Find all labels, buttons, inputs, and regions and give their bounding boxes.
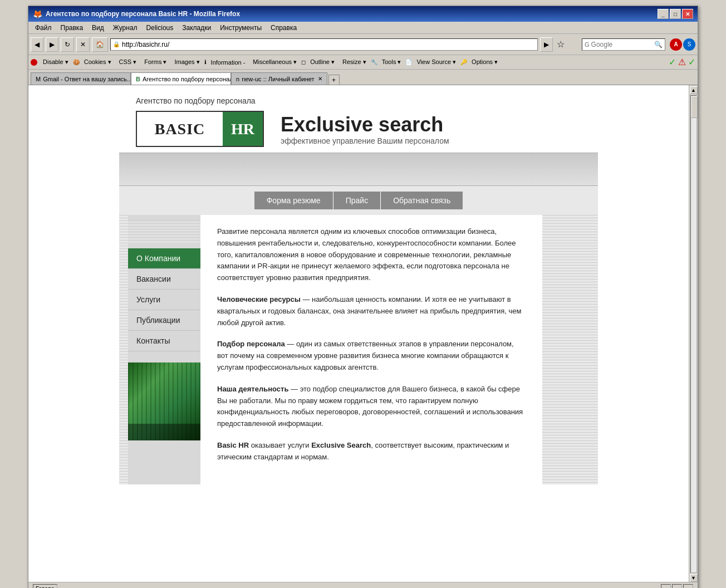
back-button[interactable]: ◀ — [31, 37, 43, 52]
new-tab-button[interactable]: + — [328, 75, 340, 85]
window-controls: _ □ ✕ — [658, 9, 693, 19]
nav-tab-feedback[interactable]: Обратная связь — [381, 192, 463, 209]
toolbar-info-icon: ℹ — [204, 59, 207, 65]
content-bold-selection: Подбор персонала — [217, 340, 285, 348]
scrollbar[interactable]: ▲ ▼ — [689, 85, 698, 582]
search-box[interactable]: G 🔍 — [582, 38, 665, 51]
sidebar-nav: О Компании Вакансии Услуги Публикации Ко… — [128, 248, 200, 351]
status-error: ⚠ — [678, 57, 686, 67]
sidebar-image — [128, 362, 200, 440]
url-input[interactable] — [122, 41, 535, 48]
close-button[interactable]: ✕ — [682, 9, 693, 19]
statusbar: Готово — [28, 582, 698, 588]
site-wrapper: Агентство по подбору персонала BASIC HR … — [119, 85, 598, 484]
toolbar-misc[interactable]: Miscellaneous ▾ — [249, 57, 300, 67]
nav-tab-price[interactable]: Прайс — [333, 192, 381, 209]
toolbar-options-icon: 🔑 — [460, 59, 467, 65]
content-bold-activity: Наша деятельность — [217, 385, 288, 393]
sidebar-item-publications[interactable]: Публикации — [128, 310, 200, 331]
site-header: Агентство по подбору персонала BASIC HR … — [119, 85, 598, 153]
status-icon-2 — [672, 584, 682, 589]
disable-indicator — [31, 59, 37, 66]
toolbar-disable[interactable]: Disable ▾ — [40, 57, 72, 67]
search-icon[interactable]: 🔍 — [654, 41, 663, 48]
maximize-button[interactable]: □ — [670, 9, 681, 19]
toolbar-images[interactable]: Images ▾ — [171, 57, 203, 67]
tabs-bar: M Gmail - Ответ на вашу запись... - Flig… — [28, 70, 698, 85]
toolbar-tools[interactable]: Tools ▾ — [379, 57, 405, 67]
star-icon[interactable]: ☆ — [555, 39, 566, 50]
window-title: Агентство по подбору персонала Basic HR … — [46, 10, 658, 18]
toolbar-options[interactable]: Options ▾ — [468, 57, 501, 67]
toolbar-cookies[interactable]: Cookies ▾ — [81, 57, 115, 67]
agency-label: Агентство по подбору персонала — [136, 96, 581, 105]
sidebar-item-services[interactable]: Услуги — [128, 290, 200, 310]
menu-help[interactable]: Справка — [266, 23, 301, 33]
nav-tab-forma[interactable]: Форма резюме — [254, 192, 333, 209]
toolbar-resize[interactable]: Resize ▾ — [339, 57, 370, 67]
menu-delicious[interactable]: Delicious — [142, 23, 178, 33]
header-text: Exclusive search эффективное управление … — [281, 112, 449, 145]
toolbar-outline-icon: ◻ — [301, 59, 306, 65]
toolbar-css[interactable]: CSS ▾ — [116, 57, 140, 67]
menu-bookmarks[interactable]: Закладки — [178, 23, 215, 33]
content-text-5a: оказывает услуги — [249, 441, 311, 449]
header-title: Exclusive search — [281, 112, 449, 136]
logo-box: BASIC HR — [136, 111, 264, 147]
status-ok: ✓ — [669, 57, 676, 67]
toolbar-forms[interactable]: Forms ▾ — [141, 57, 170, 67]
scroll-thumb[interactable] — [691, 96, 698, 118]
forward-button[interactable]: ▶ — [46, 37, 58, 52]
logo-basic: BASIC — [137, 112, 223, 146]
toolbar-information[interactable]: Information - — [208, 58, 249, 67]
menu-file[interactable]: Файл — [31, 23, 56, 33]
main-layout: О Компании Вакансии Услуги Публикации Ко… — [119, 215, 598, 484]
navbar: ◀ ▶ ↻ ✕ 🏠 🔒 ▶ ☆ G 🔍 A S — [28, 34, 698, 55]
content-para-3: Подбор персонала — один из самых ответст… — [217, 339, 526, 373]
tab-gmail[interactable]: M Gmail - Ответ на вашу запись... - Flig… — [31, 72, 131, 85]
toolbar-outline[interactable]: Outline ▾ — [307, 57, 338, 67]
sidebar-item-contacts[interactable]: Контакты — [128, 331, 200, 351]
sidebar-decoration — [128, 220, 200, 243]
reload-button[interactable]: ↻ — [61, 37, 74, 52]
tab-label-basichr: Агентство по подбору персонала... — [143, 76, 231, 82]
toolbar-cookies-icon: 🍪 — [73, 59, 80, 65]
sidebar-item-company[interactable]: О Компании — [128, 248, 200, 269]
status-ok2: ✓ — [688, 57, 695, 67]
toolbar-tools-icon: 🔧 — [371, 59, 377, 65]
abp-icon[interactable]: A — [670, 38, 682, 51]
tab-newuc[interactable]: n new-uc :: Личный кабинет ✕ — [231, 72, 327, 85]
scroll-down-button[interactable]: ▼ — [690, 574, 698, 582]
stop-button[interactable]: ✕ — [76, 37, 90, 52]
go-button[interactable]: ▶ — [540, 37, 553, 52]
main-content: Агентство по подбору персонала BASIC HR … — [28, 85, 689, 582]
sidebar-item-vacancies[interactable]: Вакансии — [128, 269, 200, 290]
minimize-button[interactable]: _ — [658, 9, 669, 19]
address-bar[interactable]: 🔒 — [110, 38, 538, 51]
menu-view[interactable]: Вид — [87, 23, 109, 33]
tab-basichr[interactable]: B Агентство по подбору персонала... ✕ — [131, 72, 231, 85]
content-para-4: Наша деятельность — это подбор специалис… — [217, 384, 526, 430]
toolbar-viewsource[interactable]: View Source ▾ — [413, 57, 459, 67]
content-bold-human: Человеческие ресурсы — [217, 295, 301, 303]
content-bold-exclusive: Exclusive Search — [311, 441, 371, 449]
tab-favicon-newuc: n — [236, 76, 239, 82]
web-dev-toolbar: Disable ▾ 🍪 Cookies ▾ CSS ▾ Forms ▾ Imag… — [28, 55, 698, 70]
status-icon-3 — [683, 584, 693, 589]
tab-favicon-basichr: B — [136, 76, 140, 82]
browser-window: 🦊 Агентство по подбору персонала Basic H… — [28, 6, 698, 588]
menu-tools[interactable]: Инструменты — [215, 23, 266, 33]
content-text-1: Развитие персонала является одним из клю… — [217, 227, 516, 282]
nav-tabs-row: Форма резюме Прайс Обратная связь — [119, 186, 598, 215]
scroll-track — [690, 95, 697, 573]
tab-close-newuc[interactable]: ✕ — [318, 76, 322, 82]
menu-journal[interactable]: Журнал — [109, 23, 142, 33]
home-button[interactable]: 🏠 — [92, 37, 108, 52]
search-input[interactable] — [591, 41, 654, 48]
scroll-up-button[interactable]: ▲ — [690, 86, 698, 94]
left-stripes — [119, 215, 128, 484]
extension-icon[interactable]: S — [683, 38, 695, 51]
tab-label-gmail: Gmail - Ответ на вашу запись... - Flig..… — [43, 76, 131, 82]
menu-edit[interactable]: Правка — [56, 23, 88, 33]
header-subtitle: эффективное управление Вашим персоналом — [281, 136, 449, 145]
